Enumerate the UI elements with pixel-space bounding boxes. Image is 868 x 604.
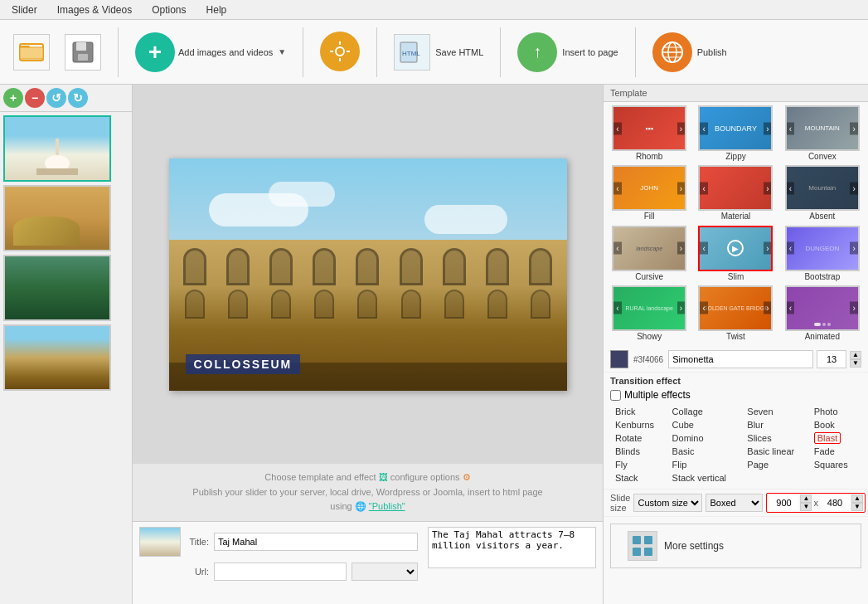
- effect-blinds[interactable]: Blinds: [612, 446, 667, 457]
- menu-bar: Slider Images & Videos Options Help: [0, 0, 868, 20]
- template-rhomb[interactable]: ▪▪▪ ‹ › Rhomb: [607, 105, 691, 163]
- font-size-up[interactable]: ▲: [850, 351, 861, 359]
- width-up[interactable]: ▲: [800, 494, 812, 503]
- menu-options[interactable]: Options: [147, 2, 191, 17]
- insert-icon: ↑: [517, 32, 557, 72]
- menu-slider[interactable]: Slider: [7, 2, 42, 17]
- effect-slices[interactable]: Slices: [744, 432, 808, 444]
- template-convex[interactable]: MOUNTAIN ‹ › Convex: [780, 105, 865, 163]
- template-fill[interactable]: JOHN ‹ › Fill: [607, 165, 691, 223]
- font-size-down[interactable]: ▼: [850, 359, 861, 368]
- font-name-input[interactable]: [668, 350, 813, 368]
- template-cursive-label: Cursive: [635, 272, 663, 281]
- save-html-icon: HTML: [394, 34, 430, 71]
- rotate-right-button[interactable]: ↻: [68, 88, 88, 108]
- slide-box-select[interactable]: Boxed Full width: [706, 494, 763, 512]
- template-material[interactable]: ‹ › Material: [693, 165, 778, 223]
- template-animated[interactable]: ‹ › Animated: [780, 285, 865, 343]
- font-row: #3f4066 ▲ ▼: [604, 347, 868, 373]
- template-cursive[interactable]: landscape ‹ › Cursive: [607, 226, 691, 284]
- menu-help[interactable]: Help: [201, 2, 232, 17]
- effect-basic-linear[interactable]: Basic linear: [744, 446, 808, 457]
- template-slim[interactable]: ▶ ‹ › Slim: [693, 226, 778, 284]
- width-down[interactable]: ▼: [800, 503, 812, 511]
- font-color-swatch[interactable]: [610, 350, 628, 368]
- options-button[interactable]: [313, 28, 366, 76]
- more-settings-label: More settings: [664, 540, 724, 552]
- instruction-line3: Publish your slider to your server, loca…: [149, 485, 586, 500]
- height-down[interactable]: ▼: [851, 503, 863, 511]
- template-showy[interactable]: RURAL landscape ‹ › Showy: [607, 285, 691, 343]
- effect-kenburns[interactable]: Kenburns: [612, 419, 667, 431]
- add-dropdown-arrow[interactable]: ▼: [278, 47, 286, 56]
- left-panel: + − ↺ ↻: [0, 85, 133, 604]
- more-settings-button[interactable]: More settings: [610, 524, 861, 568]
- add-images-button[interactable]: + Add images and videos ▼: [129, 29, 293, 76]
- slide-size-type-select[interactable]: Custom size Original Fit: [633, 494, 702, 512]
- slide-list: [0, 112, 132, 604]
- effect-cube[interactable]: Cube: [669, 419, 743, 431]
- slide-height-input[interactable]: [820, 495, 850, 510]
- svg-rect-18: [633, 536, 641, 544]
- effect-fade[interactable]: Fade: [811, 446, 860, 457]
- url-type-select[interactable]: http:// https://: [352, 563, 418, 581]
- multiple-effects-row: Multiple effects: [610, 389, 861, 401]
- height-spinner: ▲ ▼: [851, 494, 863, 511]
- template-bootstrap[interactable]: DUNGEON ‹ › Bootstrap: [780, 226, 865, 284]
- effect-photo[interactable]: Photo: [811, 406, 860, 417]
- effect-blur[interactable]: Blur: [744, 419, 808, 431]
- effect-stack[interactable]: Stack: [612, 472, 667, 484]
- effect-basic[interactable]: Basic: [669, 446, 743, 457]
- slide-size-row: Slide size Custom size Original Fit Boxe…: [604, 490, 868, 517]
- open-button[interactable]: [7, 31, 56, 74]
- effect-stack-vertical[interactable]: Stack vertical: [669, 472, 743, 484]
- add-icon: +: [135, 32, 175, 72]
- template-rhomb-label: Rhomb: [636, 152, 662, 161]
- options-icon: [320, 32, 360, 71]
- template-zippy[interactable]: BOUNDARY ‹ › Zippy: [693, 105, 778, 163]
- slide-thumb-2[interactable]: [3, 185, 111, 251]
- effect-fly[interactable]: Fly: [612, 459, 667, 470]
- effect-row-2: Kenburns Cube Blur Book: [612, 419, 860, 431]
- effect-flip[interactable]: Flip: [669, 459, 743, 470]
- effect-rotate[interactable]: Rotate: [612, 432, 667, 444]
- slide-thumb-3[interactable]: [3, 255, 111, 321]
- template-grid: ▪▪▪ ‹ › Rhomb BOUNDARY ‹ › Zippy MOUNTAI…: [604, 102, 868, 347]
- menu-images-videos[interactable]: Images & Videos: [52, 2, 138, 17]
- template-section-title: Template: [604, 85, 868, 102]
- right-panel: Template ▪▪▪ ‹ › Rhomb BOUNDARY ‹ › Zipp…: [603, 85, 868, 604]
- slide-thumb-1[interactable]: [3, 115, 111, 182]
- effect-blast[interactable]: Blast: [811, 432, 860, 444]
- save-html-button[interactable]: HTML Save HTML: [387, 31, 490, 74]
- slide-caption: COLLOSSEUM: [186, 354, 301, 374]
- add-slide-button[interactable]: +: [3, 88, 23, 108]
- main-area: + − ↺ ↻: [0, 85, 868, 604]
- slide-width-input[interactable]: [769, 495, 798, 510]
- insert-button[interactable]: ↑ Insert to page: [511, 29, 624, 76]
- effect-collage[interactable]: Collage: [669, 406, 743, 417]
- description-field[interactable]: The Taj Mahal attracts 7–8 million visit…: [428, 527, 596, 568]
- effect-domino[interactable]: Domino: [669, 432, 743, 444]
- template-absent[interactable]: Mountain ‹ › Absent: [780, 165, 865, 223]
- effect-seven[interactable]: Seven: [744, 406, 808, 417]
- template-convex-label: Convex: [808, 152, 836, 161]
- effect-brick[interactable]: Brick: [612, 406, 667, 417]
- template-twist[interactable]: GOLDEN GATE BRIDGE ‹ › Twist: [693, 285, 778, 343]
- toolbar: + Add images and videos ▼ HTML Save HTML…: [0, 20, 868, 85]
- slide-thumb-4[interactable]: [3, 324, 111, 391]
- svg-text:HTML: HTML: [402, 50, 420, 57]
- font-size-input[interactable]: [817, 350, 846, 368]
- url-input[interactable]: [214, 563, 347, 581]
- publish-button[interactable]: Publish: [646, 29, 734, 76]
- title-input[interactable]: [214, 533, 418, 551]
- effect-squares[interactable]: Squares: [811, 459, 860, 470]
- rotate-left-button[interactable]: ↺: [46, 88, 66, 108]
- effect-page[interactable]: Page: [744, 459, 808, 470]
- slide-size-dimensions: ▲ ▼ x ▲ ▼: [766, 493, 866, 513]
- height-up[interactable]: ▲: [851, 494, 863, 503]
- effect-book[interactable]: Book: [811, 419, 860, 431]
- save-local-button[interactable]: [58, 31, 108, 74]
- toolbar-sep-4: [500, 27, 501, 77]
- remove-slide-button[interactable]: −: [25, 88, 45, 108]
- multiple-effects-checkbox[interactable]: [610, 390, 621, 401]
